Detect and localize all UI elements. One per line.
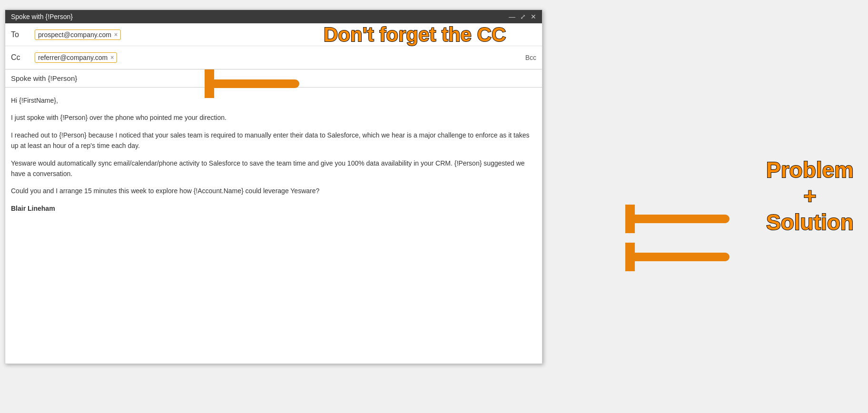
minimize-button[interactable]: — xyxy=(509,13,515,20)
solution-arrow-icon xyxy=(625,243,730,271)
cc-arrow-icon xyxy=(205,69,300,98)
problem-solution-annotation: Problem + Solution xyxy=(766,157,854,236)
email-body[interactable]: Hi {!FirstName}, I just spoke with {!Per… xyxy=(5,88,542,364)
plus-label: + xyxy=(766,183,854,209)
close-button[interactable]: ✕ xyxy=(531,13,536,20)
cc-label: Cc xyxy=(11,53,35,62)
cc-row: Cc referrer@company.com × Bcc xyxy=(5,46,542,69)
to-email: prospect@company.com xyxy=(38,31,111,39)
problem-label: Problem xyxy=(766,157,854,183)
paragraph-2: I reached out to {!Person} because I not… xyxy=(11,130,536,151)
window-title: Spoke with {!Person} xyxy=(11,13,73,20)
subject-text: Spoke with {!Person} xyxy=(11,74,77,82)
signature: Blair Lineham xyxy=(11,205,55,212)
cc-email: referrer@company.com xyxy=(38,54,108,61)
to-remove-button[interactable]: × xyxy=(114,31,118,38)
title-bar-controls: — ⤢ ✕ xyxy=(509,13,536,20)
solution-label: Solution xyxy=(766,209,854,236)
paragraph-3: Yesware would automatically sync email/c… xyxy=(11,158,536,179)
paragraph-4: Could you and I arrange 15 minutes this … xyxy=(11,186,536,196)
title-bar: Spoke with {!Person} — ⤢ ✕ xyxy=(5,10,542,23)
cc-remove-button[interactable]: × xyxy=(110,54,114,61)
to-label: To xyxy=(11,30,35,39)
to-recipient-chip[interactable]: prospect@company.com × xyxy=(35,30,121,40)
problem-arrow-icon xyxy=(625,205,730,233)
maximize-button[interactable]: ⤢ xyxy=(520,13,526,20)
paragraph-1: I just spoke with {!Person} over the pho… xyxy=(11,112,536,123)
email-compose-window: Spoke with {!Person} — ⤢ ✕ To prospect@c… xyxy=(5,10,542,364)
cc-callout-text: Don't forget the CC xyxy=(324,24,506,46)
bcc-link[interactable]: Bcc xyxy=(525,54,536,61)
cc-recipient-chip[interactable]: referrer@company.com × xyxy=(35,52,117,63)
